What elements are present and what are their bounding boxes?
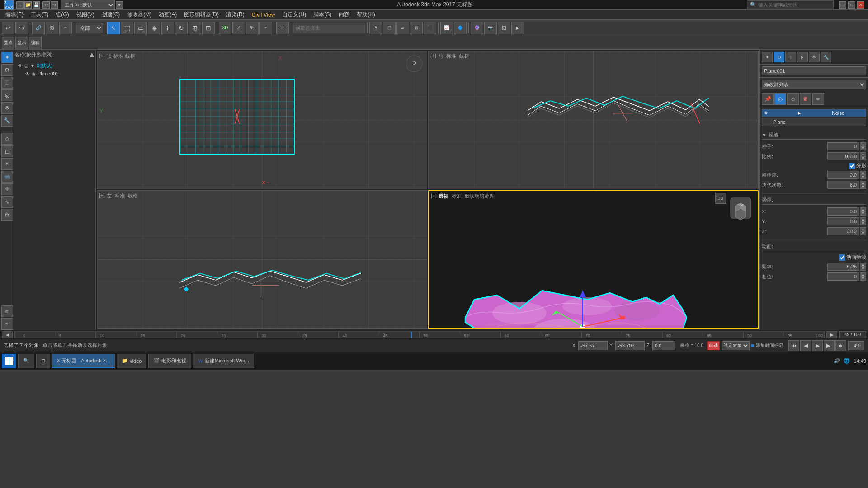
- current-frame-input[interactable]: [848, 341, 864, 350]
- curve-editor[interactable]: 📈: [440, 22, 453, 34]
- freq-down[interactable]: ▼: [860, 267, 866, 271]
- percent-snap[interactable]: %: [246, 22, 259, 34]
- global-search[interactable]: [758, 2, 830, 8]
- taskbar-film[interactable]: 🎬 电影和电视: [148, 354, 191, 368]
- vp-persp-plus[interactable]: [+]: [431, 193, 437, 200]
- align-tool[interactable]: ⊟: [383, 22, 396, 34]
- rect-select-tool[interactable]: ▭: [134, 22, 147, 34]
- seed-input[interactable]: [827, 142, 859, 150]
- menu-scripting[interactable]: 脚本(S): [310, 10, 335, 19]
- scene-layer-0[interactable]: 👁 ◎ ▼ 0(默认): [16, 61, 94, 70]
- menu-animation[interactable]: 动画(A): [155, 10, 180, 19]
- vp-persp-mode[interactable]: 标准: [450, 193, 463, 200]
- edit-tab[interactable]: 编辑: [29, 37, 42, 49]
- workspace-selector[interactable]: 工作区: 默认 ▼: [61, 0, 123, 10]
- sy-down[interactable]: ▼: [860, 221, 866, 225]
- menu-modifiers[interactable]: 修改器(M): [123, 10, 155, 19]
- scale-input[interactable]: [827, 152, 859, 160]
- angle-snap[interactable]: ∠: [232, 22, 245, 34]
- schematic-view[interactable]: 🔷: [454, 22, 467, 34]
- timeline-prev[interactable]: ◀: [2, 331, 13, 338]
- toolbar-quick[interactable]: □ 📁 💾: [16, 1, 40, 9]
- view-mini-indicator[interactable]: 3D: [715, 193, 726, 204]
- sx-down[interactable]: ▼: [860, 211, 866, 216]
- modifier-plane[interactable]: Plane: [762, 118, 866, 126]
- unlink-tool[interactable]: ⛓: [46, 22, 58, 34]
- bind-tool[interactable]: ~: [59, 22, 72, 34]
- iterations-down[interactable]: ▼: [860, 185, 866, 189]
- redo-tool[interactable]: ↪: [15, 22, 28, 34]
- play-btn[interactable]: ▶: [812, 340, 823, 351]
- menu-graph-editors[interactable]: 图形编辑器(D): [180, 10, 222, 19]
- roughness-up[interactable]: ▲: [860, 171, 866, 175]
- sx-up[interactable]: ▲: [860, 207, 866, 211]
- spacewarp-icon[interactable]: ∿: [1, 196, 13, 208]
- viewport-front[interactable]: [+] 前 标准 线框: [428, 51, 759, 189]
- anim-noise-checkbox[interactable]: [839, 254, 845, 261]
- redo-btn[interactable]: ↪: [51, 1, 58, 9]
- modifier-vis-icon[interactable]: 👁: [764, 111, 796, 115]
- geo-icon[interactable]: ◇: [1, 133, 13, 145]
- iterations-up[interactable]: ▲: [860, 181, 866, 185]
- shape-icon[interactable]: ◻: [1, 145, 13, 157]
- pin-stack-btn[interactable]: 📌: [762, 93, 774, 105]
- grid-points-icon[interactable]: ⊞: [1, 305, 13, 317]
- phase-input[interactable]: [827, 272, 859, 281]
- menu-help[interactable]: 帮助(H): [353, 10, 379, 19]
- sz-down[interactable]: ▼: [860, 231, 866, 235]
- prev-frame-btn[interactable]: ◀: [800, 340, 811, 351]
- move-tool[interactable]: ✛: [161, 22, 174, 34]
- roughness-input[interactable]: [827, 171, 859, 179]
- save-btn[interactable]: 💾: [33, 1, 40, 9]
- viewport-perspective[interactable]: [+] 透视 标准 默认明暗处理: [428, 190, 759, 329]
- ref-tool[interactable]: ⊡: [202, 22, 215, 34]
- undo-tool[interactable]: ↩: [2, 22, 14, 34]
- vp-top-view[interactable]: 顶: [107, 53, 112, 60]
- collapse-icon[interactable]: ▼: [762, 132, 767, 138]
- remove-modifier-btn[interactable]: 🗑: [800, 93, 811, 105]
- material-editor[interactable]: 🔮: [471, 22, 483, 34]
- phase-down[interactable]: ▼: [860, 277, 866, 281]
- taskbar-word[interactable]: W 新建Microsoft Wor...: [193, 354, 254, 368]
- menu-customize[interactable]: 自定义(U): [278, 10, 310, 19]
- vp-front-view[interactable]: 前: [438, 53, 443, 60]
- scene-object-plane[interactable]: 👁 ◉ Plane001: [16, 70, 94, 77]
- new-btn[interactable]: □: [16, 1, 24, 9]
- undo-btn[interactable]: ↩: [42, 1, 50, 9]
- seed-down[interactable]: ▼: [860, 146, 866, 150]
- z-coord-input[interactable]: [652, 341, 675, 350]
- vp-top-shading[interactable]: 线框: [125, 53, 135, 60]
- add-keyframe-marker[interactable]: [751, 344, 754, 347]
- helper-icon[interactable]: ✙: [1, 183, 13, 195]
- y-coord-input[interactable]: [615, 341, 645, 350]
- vp-left-mode[interactable]: 标准: [113, 192, 126, 199]
- modify-icon[interactable]: ⚙: [1, 64, 13, 76]
- sy-up[interactable]: ▲: [860, 217, 866, 221]
- systems-icon[interactable]: ⚙: [1, 209, 13, 221]
- utilities-icon[interactable]: 🔧: [1, 115, 13, 127]
- vp-left-shading[interactable]: 线框: [128, 192, 138, 199]
- auto-keyframe-btn[interactable]: 自动: [707, 341, 720, 350]
- create-cmd[interactable]: ✦: [762, 52, 773, 62]
- rotate-tool[interactable]: ↻: [175, 22, 188, 34]
- maximize-btn[interactable]: □: [848, 1, 855, 9]
- freq-up[interactable]: ▲: [860, 263, 866, 267]
- menu-tools[interactable]: 工具(T): [27, 10, 52, 19]
- modifier-expand[interactable]: ▶: [798, 111, 830, 115]
- 3d-snap[interactable]: 3D: [219, 22, 231, 34]
- scale-down[interactable]: ▼: [860, 156, 866, 160]
- scale-tool[interactable]: ⊞: [189, 22, 201, 34]
- close-btn[interactable]: ✕: [857, 1, 864, 9]
- camera-icon[interactable]: 📹: [1, 171, 13, 183]
- layer-tool[interactable]: ⊠: [410, 22, 423, 34]
- vp-persp-shading[interactable]: 默认明暗处理: [465, 193, 495, 200]
- motion-icon[interactable]: ◎: [1, 89, 13, 101]
- strength-y-input[interactable]: [827, 217, 859, 225]
- select-tool[interactable]: ↖: [107, 22, 120, 34]
- vp-front-mode[interactable]: 标准: [445, 53, 458, 60]
- vp-left-view[interactable]: 左: [107, 192, 112, 199]
- timeline-next[interactable]: ▶: [826, 331, 837, 338]
- hierarchy-cmd[interactable]: ⌶: [785, 52, 796, 62]
- view-cube-container[interactable]: TOP: [728, 196, 753, 222]
- snap-icon[interactable]: ⊟: [1, 318, 13, 330]
